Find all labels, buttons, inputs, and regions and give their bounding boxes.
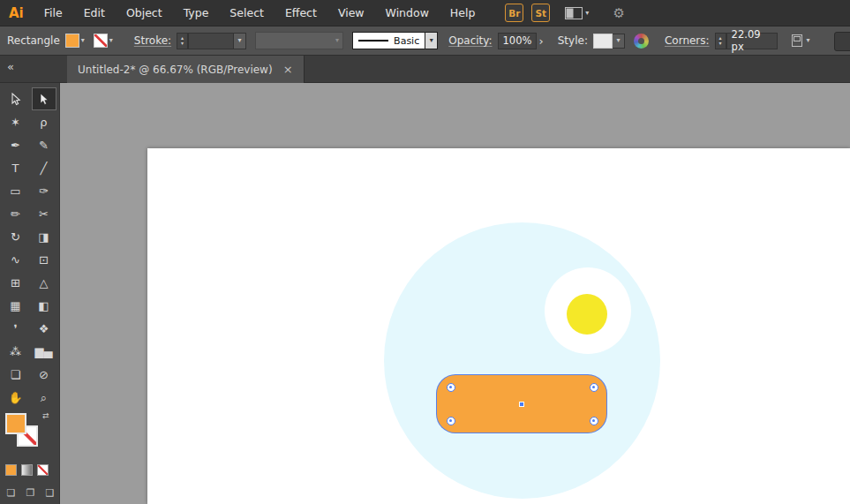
collapse-dock-icon[interactable]: « bbox=[7, 60, 14, 73]
corners-stepper[interactable]: ▴ ▾ bbox=[715, 33, 726, 49]
corners-value-field[interactable]: 22.09 px bbox=[726, 33, 778, 49]
opacity-field[interactable]: 100% bbox=[498, 33, 537, 49]
direct-selection-tool-icon[interactable] bbox=[33, 88, 56, 109]
pen-tool-icon[interactable]: ✒ bbox=[4, 134, 27, 155]
menu-help[interactable]: Help bbox=[440, 0, 486, 26]
line-segment-tool-icon[interactable]: ╱ bbox=[33, 157, 56, 178]
stroke-weight-dropdown[interactable]: ▾ bbox=[234, 33, 246, 49]
rotate-tool-icon[interactable]: ↻ bbox=[4, 226, 27, 247]
width-tool-icon[interactable]: ∿ bbox=[4, 249, 27, 270]
blend-tool-icon[interactable]: ❖ bbox=[33, 318, 56, 339]
draw-normal-icon[interactable]: ❏ bbox=[3, 485, 19, 500]
pencil-tool-icon[interactable]: ✏ bbox=[4, 203, 27, 224]
slice-tool-icon[interactable]: ⊘ bbox=[33, 364, 56, 385]
stroke-label[interactable]: Stroke: bbox=[134, 34, 171, 47]
chevron-down-icon: ▾ bbox=[238, 37, 242, 44]
menu-view[interactable]: View bbox=[327, 0, 375, 26]
fill-color-control[interactable]: ▾ bbox=[65, 34, 85, 48]
menu-type[interactable]: Type bbox=[173, 0, 220, 26]
mesh-tool-icon[interactable]: ▦ bbox=[4, 295, 27, 316]
selection-center-point[interactable] bbox=[519, 402, 524, 407]
tools-panel: ✶ρ✒✎T╱▭✑✏✂↻◨∿⊡⊞△▦◧❜❖⁂▆▄❏⊘✋⌕ ⇄ ❏ ❐ ❑ bbox=[0, 83, 60, 504]
opacity-label[interactable]: Opacity: bbox=[448, 34, 492, 47]
chevron-down-icon: ▾ bbox=[430, 37, 433, 44]
lasso-tool-icon[interactable]: ρ bbox=[33, 111, 56, 132]
color-mode-row bbox=[5, 464, 49, 476]
rectangle-tool-icon[interactable]: ▭ bbox=[4, 180, 27, 201]
draw-behind-icon[interactable]: ❐ bbox=[22, 485, 39, 500]
document-tab-title: Untitled-2* @ 66.67% (RGB/Preview) bbox=[78, 64, 273, 76]
menu-select[interactable]: Select bbox=[219, 0, 275, 26]
chevron-down-icon: ▾ bbox=[109, 37, 113, 44]
paintbrush-tool-icon[interactable]: ✑ bbox=[33, 180, 56, 201]
stroke-color-control[interactable]: ▾ bbox=[94, 34, 113, 48]
gradient-tool-icon[interactable]: ◧ bbox=[33, 295, 56, 316]
stepper-down-icon[interactable]: ▾ bbox=[181, 41, 184, 46]
menu-file[interactable]: File bbox=[34, 0, 73, 26]
corner-radius-widget[interactable] bbox=[447, 383, 455, 392]
stroke-style-caret[interactable]: ▾ bbox=[425, 32, 438, 49]
shape-builder-tool-icon[interactable]: ⊞ bbox=[4, 272, 27, 293]
stroke-weight-stepper[interactable]: ▴ ▾ bbox=[177, 33, 188, 49]
close-icon[interactable]: × bbox=[283, 63, 293, 76]
egg-yolk-circle-shape[interactable] bbox=[567, 294, 607, 335]
selection-tool-icon[interactable] bbox=[4, 88, 27, 109]
artboard-tool-icon[interactable]: ❏ bbox=[4, 364, 27, 385]
gear-icon[interactable]: ⚙ bbox=[613, 5, 624, 21]
stroke-style-dropdown[interactable]: Basic bbox=[352, 32, 425, 49]
control-bar: Rectangle ▾ ▾ Stroke: ▴ ▾ ▾ ▾ Basic ▾ Op… bbox=[0, 26, 850, 56]
perspective-grid-tool-icon[interactable]: △ bbox=[33, 272, 56, 293]
none-button[interactable] bbox=[37, 464, 49, 476]
artboard-options-button[interactable]: ▾ bbox=[790, 34, 810, 48]
curvature-tool-icon[interactable]: ✎ bbox=[33, 134, 56, 155]
opacity-menu-chevron-icon[interactable]: › bbox=[539, 34, 544, 48]
free-transform-tool-icon[interactable]: ⊡ bbox=[33, 249, 56, 270]
artboard-options-icon bbox=[790, 34, 804, 48]
menu-window[interactable]: Window bbox=[375, 0, 440, 26]
bridge-button[interactable]: Br bbox=[505, 4, 523, 22]
magic-wand-tool-icon[interactable]: ✶ bbox=[4, 111, 27, 132]
menu-edit[interactable]: Edit bbox=[73, 0, 116, 26]
arrange-documents-button[interactable]: ▾ bbox=[565, 7, 589, 19]
menu-object[interactable]: Object bbox=[116, 0, 173, 26]
zoom-tool-icon[interactable]: ⌕ bbox=[33, 387, 56, 408]
graphic-style-swatch[interactable] bbox=[593, 34, 613, 49]
fill-color-swatch[interactable] bbox=[65, 34, 79, 48]
fill-proxy-swatch[interactable] bbox=[5, 413, 26, 434]
type-tool-icon[interactable]: T bbox=[4, 157, 27, 178]
drawing-mode-row: ❏ ❐ ❑ bbox=[3, 485, 58, 500]
hand-tool-icon[interactable]: ✋ bbox=[4, 387, 27, 408]
arrange-documents-icon bbox=[565, 7, 583, 19]
illustrator-window: Ai FileEditObjectTypeSelectEffectViewWin… bbox=[0, 0, 850, 504]
corners-label[interactable]: Corners: bbox=[665, 34, 710, 47]
eyedropper-tool-icon[interactable]: ❜ bbox=[4, 318, 27, 339]
column-graph-tool-icon[interactable]: ▆▄ bbox=[33, 341, 56, 362]
stroke-preview-line bbox=[358, 40, 388, 41]
menu-effect[interactable]: Effect bbox=[275, 0, 327, 26]
background-circle-shape[interactable] bbox=[384, 222, 660, 499]
stroke-weight-field[interactable] bbox=[188, 33, 234, 49]
corner-radius-widget[interactable] bbox=[590, 383, 598, 392]
graphic-style-dropdown[interactable]: ▾ bbox=[613, 34, 625, 49]
color-button[interactable] bbox=[5, 464, 17, 476]
scale-tool-icon[interactable]: ◨ bbox=[33, 226, 56, 247]
recolor-artwork-icon[interactable] bbox=[634, 34, 649, 49]
canvas-workspace[interactable] bbox=[60, 83, 850, 504]
fill-stroke-indicator: ⇄ bbox=[5, 413, 55, 459]
symbol-sprayer-tool-icon[interactable]: ⁂ bbox=[4, 341, 27, 362]
corner-radius-widget[interactable] bbox=[590, 417, 598, 425]
scissors-tool-icon[interactable]: ✂ bbox=[33, 203, 56, 224]
style-label: Style: bbox=[558, 34, 588, 47]
document-tab[interactable]: Untitled-2* @ 66.67% (RGB/Preview) × bbox=[67, 56, 305, 83]
draw-inside-icon[interactable]: ❑ bbox=[41, 485, 58, 500]
app-logo: Ai bbox=[0, 5, 34, 21]
menu-items: FileEditObjectTypeSelectEffectViewWindow… bbox=[34, 0, 486, 26]
corner-radius-widget[interactable] bbox=[447, 417, 455, 425]
panels-icon[interactable] bbox=[834, 32, 850, 51]
brush-definition-dropdown[interactable]: ▾ bbox=[255, 32, 343, 49]
swap-fill-stroke-icon[interactable]: ⇄ bbox=[42, 411, 49, 420]
gradient-button[interactable] bbox=[21, 464, 33, 476]
stock-button[interactable]: St bbox=[531, 4, 550, 22]
stepper-down-icon[interactable]: ▾ bbox=[719, 41, 722, 46]
stroke-color-swatch-none[interactable] bbox=[94, 34, 108, 48]
